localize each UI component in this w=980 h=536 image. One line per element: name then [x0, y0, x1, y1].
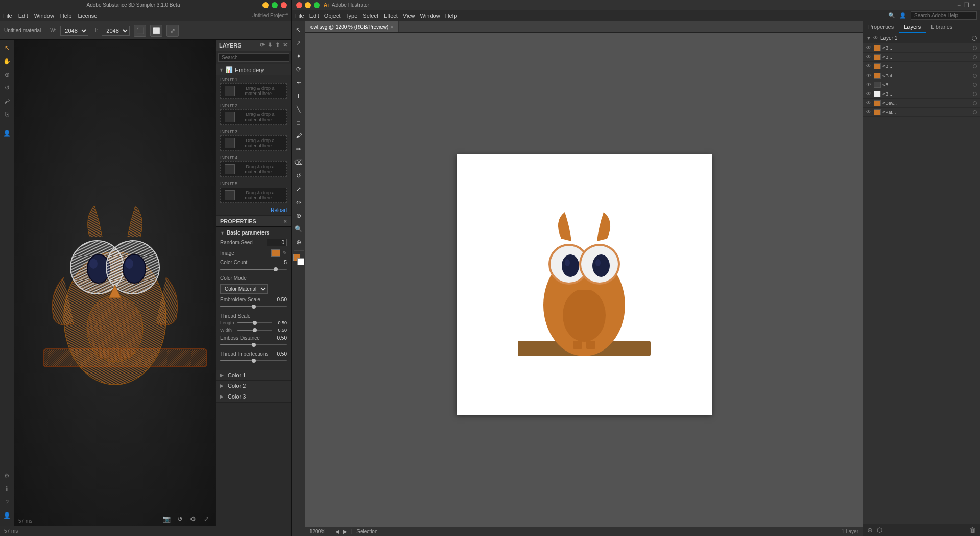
ai-menu-view[interactable]: View [403, 13, 415, 19]
ai-restore-icon[interactable]: ❐ [964, 2, 969, 9]
fullscreen2-btn[interactable]: ⤢ [201, 514, 211, 524]
ai-layer-item-0[interactable]: 👁 <B... [863, 43, 980, 53]
ai-layer-item-7[interactable]: 👁 <Pat... [863, 108, 980, 117]
help-icon[interactable]: ? [1, 496, 13, 508]
ai-paintbrush[interactable]: 🖌 [293, 130, 305, 142]
ai-menu-object[interactable]: Object [324, 13, 341, 19]
basic-params-toggle[interactable]: ▼ Basic parameters [220, 230, 287, 236]
ai-scale-tool[interactable]: ⤢ [293, 183, 305, 195]
ai-menu-select[interactable]: Select [363, 13, 378, 19]
ai-select-tool[interactable]: ↖ [293, 24, 305, 36]
ai-mirror-tool[interactable]: ⇔ [293, 196, 305, 208]
layers-close-icon[interactable]: ✕ [282, 41, 288, 49]
camera-btn[interactable]: 📷 [161, 514, 172, 524]
input-4-dropzone[interactable]: Drag & drop a material here... [220, 161, 287, 177]
delete-layer-icon[interactable]: 🗑 [969, 526, 976, 534]
layers-upload-icon[interactable]: ⬆ [275, 41, 280, 49]
ai-menu-help[interactable]: Help [445, 13, 457, 19]
ai-eraser[interactable]: ⌫ [293, 156, 305, 169]
menu-file[interactable]: File [3, 13, 12, 19]
color-2-toggle[interactable]: ▶ Color 2 [216, 381, 291, 391]
ai-type-tool[interactable]: T [293, 90, 305, 102]
select-tool[interactable]: ↖ [1, 42, 13, 54]
reload-button[interactable]: Reload [216, 205, 291, 215]
input-1-dropzone[interactable]: Drag & drop a material here... [220, 83, 287, 99]
maximize-button[interactable] [272, 2, 278, 8]
libraries-tab[interactable]: Libraries [926, 21, 958, 33]
input-3-dropzone[interactable]: Drag & drop a material here... [220, 135, 287, 151]
zoom-tool[interactable]: ⊕ [1, 68, 13, 81]
ai-min-btn[interactable] [305, 2, 311, 8]
ai-line-tool[interactable]: ╲ [293, 103, 305, 115]
image-color-swatch[interactable] [271, 249, 280, 257]
2d-view-btn[interactable]: ⬜ [150, 25, 162, 37]
close-button[interactable] [281, 2, 287, 8]
ai-magic-wand[interactable]: ✦ [293, 50, 305, 62]
ai-rotate-tool[interactable]: ↺ [293, 170, 305, 182]
ai-layer-item-3[interactable]: 👁 <Pat... [863, 71, 980, 80]
fullscreen-btn[interactable]: ⤢ [166, 25, 179, 37]
ai-tab-close[interactable]: × [390, 24, 393, 30]
ai-layer-item-1[interactable]: 👁 <B... [863, 53, 980, 62]
ai-close-icon[interactable]: × [972, 2, 976, 9]
make-sublayer-icon[interactable]: ⊕ [867, 526, 873, 534]
ai-color-swatches[interactable] [293, 254, 304, 265]
ai-layer-item-6[interactable]: 👁 <Dev... [863, 99, 980, 108]
settings2-btn[interactable]: ⚙ [188, 514, 198, 524]
random-seed-input[interactable] [267, 239, 287, 246]
ai-pencil[interactable]: ✏ [293, 143, 305, 155]
ai-help-search[interactable] [911, 11, 977, 20]
ai-rect-tool[interactable]: □ [293, 116, 305, 129]
ai-direct-select[interactable]: ↗ [293, 37, 305, 49]
ai-user-icon[interactable]: 👤 [899, 12, 906, 19]
embroidery-header[interactable]: ▼ 📊 Embroidery [216, 64, 291, 75]
ai-menu-edit[interactable]: Edit [309, 13, 319, 19]
ai-layer-item-5[interactable]: 👁 <B... [863, 89, 980, 99]
layer1-eye-icon[interactable]: 👁 [873, 35, 878, 41]
ai-eyedropper[interactable]: 🔍 [293, 223, 305, 235]
ai-pen-tool[interactable]: ✒ [293, 77, 305, 89]
color-3-toggle[interactable]: ▶ Color 3 [216, 391, 291, 402]
color-1-toggle[interactable]: ▶ Color 1 [216, 370, 291, 380]
layers-refresh-icon[interactable]: ⟳ [259, 41, 265, 49]
emboss-distance-slider[interactable] [220, 342, 287, 348]
ai-zoom-tool[interactable]: ⊕ [293, 236, 305, 248]
ai-menu-effect[interactable]: Effect [384, 13, 398, 19]
layers-search-input[interactable] [218, 53, 289, 62]
input-5-dropzone[interactable]: Drag & drop a material here... [220, 188, 287, 203]
menu-help[interactable]: Help [60, 13, 72, 19]
layers-download-icon[interactable]: ⬇ [267, 41, 273, 49]
rotate-tool[interactable]: ↺ [1, 82, 13, 94]
info-icon[interactable]: ℹ [1, 483, 13, 495]
color-mode-select[interactable]: Color Material [220, 284, 268, 294]
minimize-button[interactable] [262, 2, 269, 8]
menu-edit[interactable]: Edit [18, 13, 28, 19]
ai-close-btn[interactable] [296, 2, 302, 8]
ai-menu-window[interactable]: Window [420, 13, 440, 19]
move-selection-icon[interactable]: ⬡ [877, 526, 882, 534]
person-tool[interactable]: 👤 [1, 127, 13, 139]
ai-document-tab[interactable]: owl.svg @ 1200 % (RGB/Preview) × [305, 21, 399, 32]
rotate-btn[interactable]: ↺ [175, 514, 185, 524]
paint-tool[interactable]: 🖌 [1, 95, 13, 107]
width-select[interactable]: 2048 [60, 26, 88, 36]
ai-minimize-icon[interactable]: − [957, 2, 961, 9]
clone-tool[interactable]: ⎘ [1, 108, 13, 121]
menu-license[interactable]: License [78, 13, 97, 19]
layers-tab[interactable]: Layers [899, 21, 926, 33]
ai-nav-prev[interactable]: ◀ [335, 529, 339, 534]
ai-layer-item-4[interactable]: 👁 <B... [863, 80, 980, 89]
ai-puppet-warp[interactable]: ⊕ [293, 209, 305, 222]
embroidery-scale-slider[interactable] [220, 304, 287, 310]
menu-window[interactable]: Window [34, 13, 54, 19]
settings-icon[interactable]: ⚙ [1, 470, 13, 482]
input-2-dropzone[interactable]: Drag & drop a material here... [220, 109, 287, 125]
ai-menu-file[interactable]: File [295, 13, 304, 19]
color-count-slider[interactable] [220, 266, 287, 272]
ai-nav-next[interactable]: ▶ [343, 529, 347, 534]
ai-search-icon[interactable]: 🔍 [888, 12, 895, 19]
user-icon[interactable]: 👤 [1, 509, 13, 522]
ai-zoom-level[interactable]: 1200% [309, 529, 325, 534]
thread-imperfections-slider[interactable] [220, 358, 287, 364]
ai-menu-type[interactable]: Type [346, 13, 358, 19]
